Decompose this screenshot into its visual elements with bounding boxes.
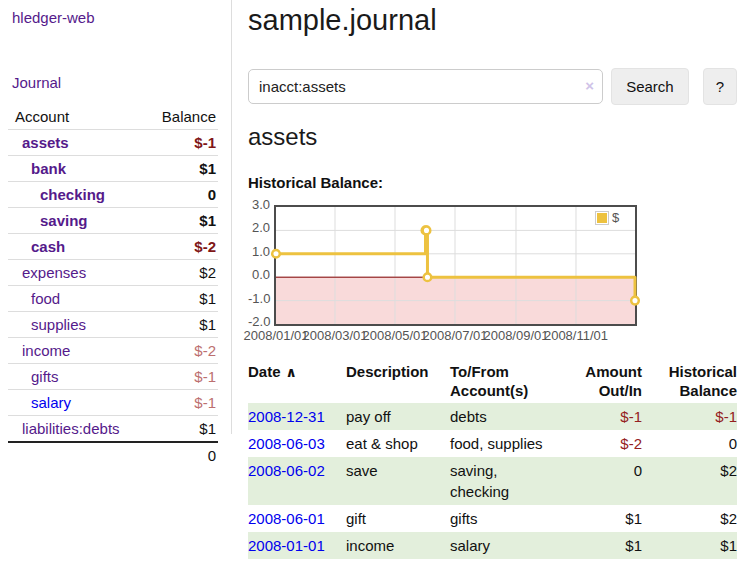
total-spacer [8,442,140,468]
y-axis-tick-label: 0.0 [248,267,270,283]
legend-swatch-icon [595,211,609,225]
register-row: 2008-06-03eat & shopfood, supplies$-20 [248,430,737,457]
transaction-date-link[interactable]: 2008-12-31 [248,408,325,425]
account-row: cash$-2 [8,234,218,260]
sort-ascending-icon: ∧ [286,364,297,380]
help-button[interactable]: ? [703,68,737,105]
register-amount-cell: $-1 [560,403,642,430]
historical-balance-chart: 3.02.01.00.0-1.0-2.02008/01/012008/03/01… [248,198,737,348]
app-title-link[interactable]: hledger-web [0,0,231,26]
account-name-cell: checking [8,182,140,208]
account-row: salary$-1 [8,390,218,416]
search-button[interactable]: Search [611,68,689,105]
account-link-bank[interactable]: bank [31,160,66,177]
account-name-cell: gifts [8,364,140,390]
accounts-header-row: Account Balance [8,104,218,130]
register-row: 2008-06-01giftgifts$1$2 [248,505,737,532]
account-name-cell: assets [8,130,140,156]
account-row: food$1 [8,286,218,312]
register-amount-cell: $-2 [560,430,642,457]
account-row: checking0 [8,182,218,208]
account-column-header: Account [8,104,140,130]
account-name-cell: food [8,286,140,312]
register-description-cell: eat & shop [346,430,450,457]
account-link-supplies[interactable]: supplies [31,316,86,333]
account-link-gifts[interactable]: gifts [31,368,59,385]
account-balance: $-2 [140,338,218,364]
register-amount-cell: $1 [560,505,642,532]
register-balance-cell: $2 [642,457,737,505]
register-date-cell: 2008-12-31 [248,403,346,430]
account-balance: $1 [140,208,218,234]
account-name-cell: salary [8,390,140,416]
account-row: saving$1 [8,208,218,234]
register-description-cell: pay off [346,403,450,430]
account-link-cash[interactable]: cash [31,238,65,255]
account-link-checking[interactable]: checking [40,186,105,203]
account-balance: $1 [140,156,218,182]
account-balance: $2 [140,260,218,286]
register-balance-cell: $1 [642,532,737,559]
account-link-expenses[interactable]: expenses [22,264,86,281]
page-title: sample.journal [248,0,437,40]
register-date-cell: 2008-06-01 [248,505,346,532]
account-row: bank$1 [8,156,218,182]
register-balance-cell: $2 [642,505,737,532]
account-balance: $-1 [140,390,218,416]
register-accounts-cell: food, supplies [450,430,560,457]
register-row: 2008-01-01incomesalary$1$1 [248,532,737,559]
account-row: assets$-1 [8,130,218,156]
search-input[interactable] [248,69,603,104]
account-link-saving[interactable]: saving [40,212,88,229]
legend-label: $ [612,211,619,225]
clear-search-icon[interactable]: × [585,77,594,95]
register-row: 2008-12-31pay offdebts$-1$-1 [248,403,737,430]
sidebar-item-journal[interactable]: Journal [0,26,231,91]
accounts-total-row: 0 [8,442,218,468]
transaction-date-link[interactable]: 2008-06-03 [248,435,325,452]
transaction-date-link[interactable]: 2008-06-01 [248,510,325,527]
amount-column-header: Amount Out/In [560,360,642,403]
account-link-income[interactable]: income [22,342,70,359]
account-name-cell: income [8,338,140,364]
register-header-row: Date∧ Description To/From Account(s) Amo… [248,360,737,403]
account-balance: $1 [140,416,218,443]
account-link-liabilities:debts[interactable]: liabilities:debts [22,420,120,437]
account-name-cell: bank [8,156,140,182]
search-box: × [248,69,603,104]
accounts-total-balance: 0 [140,442,218,468]
register-accounts-cell: debts [450,403,560,430]
transaction-date-link[interactable]: 2008-06-02 [248,462,325,479]
account-name-cell: supplies [8,312,140,338]
x-axis-tick-label: 2008/11/01 [544,328,608,344]
account-balance: $-1 [140,130,218,156]
account-link-salary[interactable]: salary [31,394,71,411]
register-description-cell: save [346,457,450,505]
x-axis-tick-label: 2008/05/01 [362,328,427,344]
sidebar: hledger-web Journal Account Balance asse… [0,0,232,434]
main-content: sample.journal × Search ? assets Histori… [248,0,737,582]
account-row: expenses$2 [8,260,218,286]
account-link-assets[interactable]: assets [22,134,69,151]
register-accounts-cell: gifts [450,505,560,532]
register-table: Date∧ Description To/From Account(s) Amo… [248,360,737,559]
balance-column-header: Historical Balance [642,360,737,403]
account-row: liabilities:debts$1 [8,416,218,443]
account-name-cell: saving [8,208,140,234]
account-link-food[interactable]: food [31,290,60,307]
accounts-table: Account Balance assets$-1bank$1checking0… [8,104,218,468]
date-column-header[interactable]: Date∧ [248,360,346,403]
chart-plot-area [274,205,637,326]
y-axis-tick-label: 3.0 [248,197,270,213]
account-row: gifts$-1 [8,364,218,390]
register-accounts-cell: salary [450,532,560,559]
transaction-date-link[interactable]: 2008-01-01 [248,537,325,554]
account-name-cell: expenses [8,260,140,286]
account-row: supplies$1 [8,312,218,338]
y-axis-tick-label: 1.0 [248,244,270,260]
register-date-cell: 2008-01-01 [248,532,346,559]
account-balance: $-1 [140,364,218,390]
description-column-header: Description [346,360,450,403]
account-balance: 0 [140,182,218,208]
account-row: income$-2 [8,338,218,364]
